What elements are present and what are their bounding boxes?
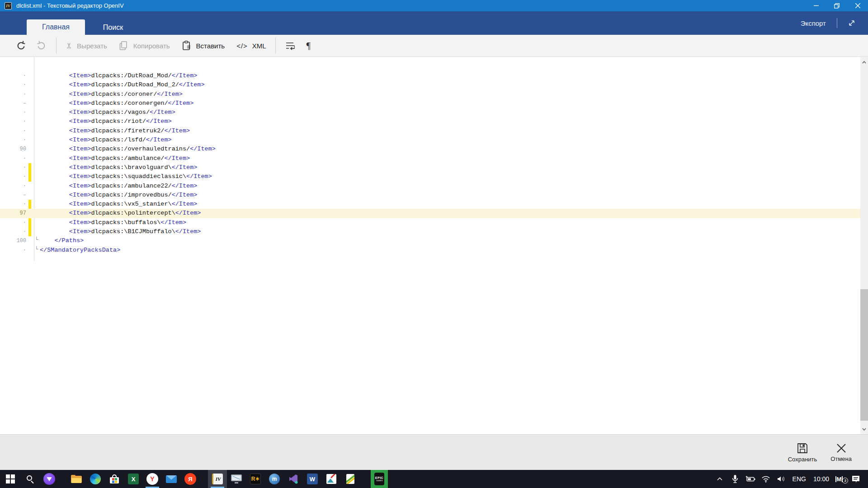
- code-line[interactable]: –<Item>dlcpacks:/improvedbus/</Item>: [0, 191, 860, 200]
- m-sphere-icon: m: [269, 474, 280, 484]
- copy-button[interactable]: Копировать: [119, 41, 170, 51]
- code-text: </Paths>: [40, 237, 84, 244]
- taskbar-word-button[interactable]: W: [303, 470, 322, 488]
- taskbar-visual-studio-button[interactable]: [284, 470, 303, 488]
- cancel-button[interactable]: Отмена: [830, 443, 852, 462]
- code-line[interactable]: ·<Item>dlcpacks:/DutRoad_Mod/</Item>: [0, 71, 860, 80]
- close-button[interactable]: [847, 0, 868, 11]
- code-line[interactable]: –<Item>dlcpacks:/coronergen/</Item>: [0, 99, 860, 108]
- tray-battery-button[interactable]: [745, 470, 756, 488]
- code-line[interactable]: ·<Item>dlcpacks:\B1CJMbuffalo\</Item>: [0, 227, 860, 236]
- toolbar-separator: [56, 38, 57, 54]
- excel-icon: X: [128, 474, 139, 484]
- action-center-button[interactable]: [850, 470, 862, 488]
- code-line[interactable]: ·<Item>dlcpacks:/lsfd/</Item>: [0, 136, 860, 145]
- expand-editor-icon[interactable]: [848, 19, 855, 27]
- code-text: <Item>dlcpacks:/firetruk2/</Item>: [40, 127, 190, 134]
- taskbar-yandex-button[interactable]: Я: [181, 470, 200, 488]
- taskbar-epic-games-button[interactable]: EPIC GAMES: [371, 470, 388, 488]
- line-number: –: [0, 99, 26, 108]
- code-line[interactable]: ·<Item>dlcpacks:/riot/</Item>: [0, 117, 860, 126]
- visual-studio-icon: [288, 474, 299, 484]
- tray-chevron-up-button[interactable]: [714, 470, 726, 488]
- word-wrap-button[interactable]: [285, 41, 295, 51]
- undo-button[interactable]: [15, 40, 26, 51]
- taskbar-openiv-button[interactable]: IV: [208, 470, 227, 488]
- cut-button[interactable]: ✂ Вырезать: [66, 41, 107, 51]
- taskbar-m-app-button[interactable]: m: [265, 470, 284, 488]
- file-explorer-icon: [71, 475, 82, 483]
- vertical-scrollbar[interactable]: [860, 57, 868, 434]
- code-text: <Item>dlcpacks:/improvedbus/</Item>: [40, 192, 197, 198]
- restore-button[interactable]: [826, 0, 847, 11]
- code-editor[interactable]: ·<Item>dlcpacks:/DutRoad_Mod/</Item>·<It…: [0, 57, 868, 434]
- code-text: <Item>dlcpacks:/riot/</Item>: [40, 118, 172, 125]
- edge-browser-icon: [90, 474, 101, 484]
- code-line[interactable]: ·<Item>dlcpacks:\buffalos\</Item>: [0, 218, 860, 227]
- code-line[interactable]: ·<Item>dlcpacks:/ambulance/</Item>: [0, 154, 860, 163]
- scroll-down-button[interactable]: [860, 425, 868, 433]
- taskbar-alice-button[interactable]: [40, 470, 59, 488]
- code-line[interactable]: ·<Item>dlcpacks:/coroner/</Item>: [0, 90, 860, 99]
- minimize-button[interactable]: [806, 0, 826, 11]
- code-line[interactable]: 97<Item>dlcpacks:\polintercept\</Item>: [0, 209, 860, 218]
- tray-language-button[interactable]: ENG: [791, 470, 808, 488]
- taskbar-mail-button[interactable]: [162, 470, 181, 488]
- taskbar-rockstar-button[interactable]: R✶: [246, 470, 265, 488]
- cut-label: Вырезать: [77, 42, 107, 50]
- taskbar-microsoft-store-button[interactable]: [105, 470, 124, 488]
- show-formatting-button[interactable]: ¶: [307, 41, 311, 51]
- line-number: –: [0, 191, 26, 200]
- scroll-up-button[interactable]: [860, 58, 868, 66]
- code-line[interactable]: ·<Item>dlcpacks:\bravolguard\</Item>: [0, 163, 860, 172]
- ribbon: Главная Поиск Экспорт: [0, 11, 868, 35]
- export-button[interactable]: Экспорт: [801, 19, 826, 27]
- code-line[interactable]: ·<Item>dlcpacks:/ambulance22/</Item>: [0, 182, 860, 191]
- epic-text: EPIC: [375, 476, 383, 479]
- code-text: <Item>dlcpacks:\squaddieclassic\</Item>: [40, 173, 212, 180]
- tray-im-app-button[interactable]: M 2: [835, 470, 846, 488]
- taskbar-excel-button[interactable]: X: [124, 470, 143, 488]
- taskbar-system-monitor-button[interactable]: [227, 470, 246, 488]
- code-line[interactable]: ·<Item>dlcpacks:/firetruk2/</Item>: [0, 127, 860, 136]
- chevron-up-icon: [862, 61, 866, 64]
- tab-glavnaya[interactable]: Главная: [27, 19, 85, 35]
- toolbar-separator: [275, 38, 276, 54]
- code-line[interactable]: ·<Item>dlcpacks:/DutRoad_Mod_2/</Item>: [0, 80, 860, 89]
- taskbar-yandex-browser-button[interactable]: Y: [143, 470, 162, 488]
- tab-poisk[interactable]: Поиск: [93, 20, 133, 35]
- code-text: <Item>dlcpacks:/coronergen/</Item>: [40, 100, 193, 107]
- xml-mode-button[interactable]: </> XML: [236, 42, 266, 50]
- line-number: 90: [0, 145, 26, 154]
- openiv-text-editor-window: IV dlclist.xml - Текстовый редактор Open…: [0, 0, 868, 488]
- line-number: ·: [0, 227, 26, 236]
- taskbar-edge-button[interactable]: [86, 470, 105, 488]
- tray-wifi-button[interactable]: [760, 470, 772, 488]
- alice-assistant-icon: [43, 473, 55, 485]
- line-number: ·: [0, 172, 26, 181]
- tray-microphone-button[interactable]: [729, 470, 741, 488]
- line-number: ·: [0, 200, 26, 209]
- paste-button[interactable]: Вставить: [182, 41, 225, 51]
- code-line[interactable]: ·└</SMandatoryPacksData>: [0, 246, 860, 255]
- taskbar-paint-button[interactable]: [322, 470, 341, 488]
- save-button[interactable]: Сохранить: [788, 442, 817, 463]
- code-line[interactable]: 100└</Paths>: [0, 236, 860, 245]
- tray-clock-button[interactable]: 10:00: [811, 470, 831, 488]
- taskbar-file-explorer-button[interactable]: [67, 470, 86, 488]
- start-button[interactable]: [0, 470, 21, 488]
- battery-charging-icon: [745, 475, 755, 483]
- line-number: 97: [0, 209, 26, 218]
- scrollbar-thumb[interactable]: [860, 289, 868, 421]
- chevron-up-icon: [717, 477, 722, 481]
- taskbar-search-button[interactable]: [21, 470, 40, 488]
- redo-button[interactable]: [36, 40, 47, 51]
- scissors-icon: ✂: [64, 42, 74, 49]
- code-line[interactable]: ·<Item>dlcpacks:\vx5_stanier\</Item>: [0, 200, 860, 209]
- code-line[interactable]: ·<Item>dlcpacks:\squaddieclassic\</Item>: [0, 172, 860, 181]
- taskbar-notepad-button[interactable]: [341, 470, 360, 488]
- code-line[interactable]: ·<Item>dlcpacks:/vagos/</Item>: [0, 108, 860, 117]
- tray-volume-button[interactable]: [775, 470, 787, 488]
- minimize-icon: [814, 3, 819, 8]
- code-line[interactable]: 90<Item>dlcpacks:/overhauledtrains/</Ite…: [0, 145, 860, 154]
